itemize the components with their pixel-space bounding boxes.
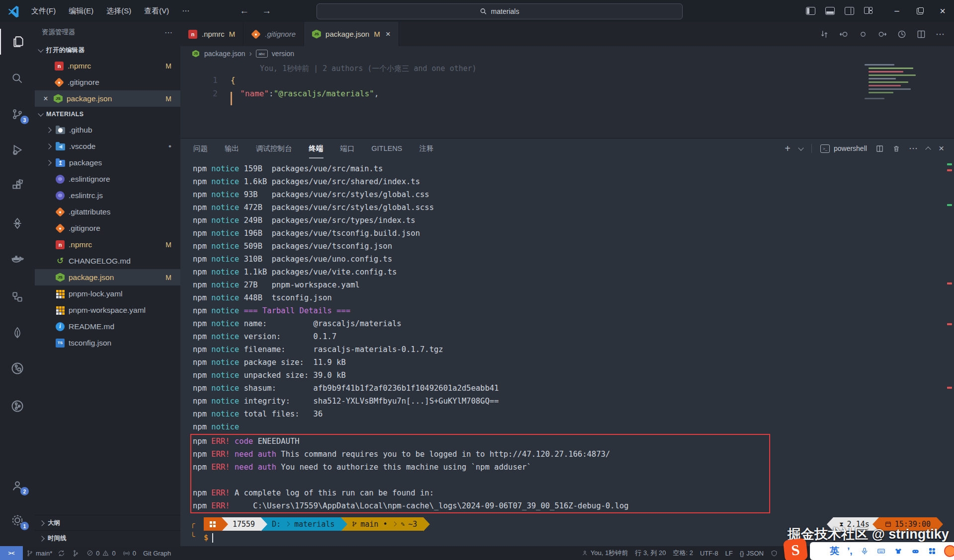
tree-item[interactable]: .eslintrc.js [35, 187, 180, 204]
open-editors-header[interactable]: 打开的编辑器 [35, 43, 180, 58]
feedback-status[interactable]: 0 [119, 546, 140, 560]
git-compare-icon[interactable] [819, 29, 829, 39]
menu-view[interactable]: 查看(V) [139, 4, 174, 18]
blame-status[interactable]: You, 1秒钟前 [578, 546, 632, 560]
previous-change-icon[interactable] [839, 29, 849, 39]
tree-item[interactable]: package.json M [35, 269, 180, 285]
tab-debug-console[interactable]: 调试控制台 [256, 139, 292, 158]
eol-status[interactable]: LF [721, 546, 736, 560]
problems-status[interactable]: 0 0 [83, 546, 119, 560]
minimize-button[interactable]: – [885, 0, 908, 22]
tab-gitignore[interactable]: .gitignore [243, 22, 304, 46]
tab-comments[interactable]: 注释 [419, 139, 434, 158]
new-terminal-icon[interactable]: + [785, 143, 791, 154]
next-change-icon[interactable] [877, 29, 887, 39]
docker-icon[interactable] [0, 246, 35, 272]
accounts-icon[interactable]: 2 [0, 473, 35, 498]
tree-item[interactable]: .gitattributes [35, 204, 180, 220]
breadcrumb[interactable]: package.json › abc version [180, 46, 954, 61]
microphone-icon[interactable] [861, 547, 869, 556]
project-root-header[interactable]: MATERIALS [35, 107, 180, 122]
menu-file[interactable]: 文件(F) [26, 4, 61, 18]
ime-emoji-icon[interactable] [944, 545, 954, 557]
toggle-sidebar-icon[interactable] [806, 7, 815, 15]
cursor-position-status[interactable]: 行 3, 列 20 [632, 546, 669, 560]
explorer-icon[interactable] [0, 29, 36, 55]
timeline-section[interactable]: 时间线 [35, 530, 180, 546]
maximize-panel-icon[interactable] [925, 146, 931, 152]
gitlens-status-icon[interactable] [767, 546, 781, 560]
settings-gear-icon[interactable]: 1 [0, 507, 35, 533]
source-control-icon[interactable]: 3 [0, 101, 35, 127]
search-icon[interactable] [0, 66, 35, 91]
tree-item[interactable]: .gitignore [35, 220, 180, 236]
panel-more-icon[interactable]: ⋯ [909, 143, 918, 154]
nav-back-icon[interactable]: ← [239, 5, 249, 16]
customize-layout-icon[interactable] [864, 7, 873, 14]
extensions-icon[interactable] [0, 173, 35, 199]
sogou-logo-icon[interactable]: S [783, 538, 808, 560]
toggle-secondary-sidebar-icon[interactable] [845, 7, 854, 15]
minimap[interactable] [865, 63, 923, 107]
tab-package-json[interactable]: package.json M × [304, 22, 399, 46]
restore-button[interactable] [908, 0, 931, 22]
tree-item[interactable]: .eslintignore [35, 171, 180, 187]
gitlens-icon[interactable] [0, 355, 35, 381]
remote-explorer-icon[interactable] [0, 284, 35, 310]
mongodb-icon[interactable] [0, 320, 35, 346]
tree-item[interactable]: CHANGELOG.md [35, 253, 180, 269]
close-icon[interactable]: × [386, 29, 391, 39]
run-debug-icon[interactable] [0, 137, 35, 163]
language-mode-status[interactable]: {}JSON [736, 546, 767, 560]
close-icon[interactable]: × [42, 94, 50, 103]
nav-forward-icon[interactable]: → [262, 5, 271, 16]
branch-status[interactable]: main* [23, 546, 69, 560]
skin-shirt-icon[interactable] [894, 547, 903, 555]
kill-terminal-trash-icon[interactable] [892, 144, 900, 153]
close-button[interactable]: × [931, 0, 954, 22]
git-graph-icon[interactable] [0, 393, 35, 419]
command-search-input[interactable]: materials [317, 3, 683, 19]
sidebar-more-icon[interactable]: ⋯ [164, 28, 173, 37]
menu-selection[interactable]: 选择(S) [101, 4, 137, 18]
git-graph-status[interactable]: Git Graph [140, 546, 174, 560]
current-change-icon[interactable] [858, 29, 868, 39]
open-editor-item[interactable]: .npmrc M [35, 58, 180, 74]
timeline-history-icon[interactable] [897, 29, 907, 39]
remote-indicator[interactable]: >< [0, 546, 23, 560]
terminal-dropdown-icon[interactable] [798, 145, 803, 150]
encoding-status[interactable]: UTF-8 [697, 546, 722, 560]
outline-section[interactable]: 大纲 [35, 515, 180, 531]
tree-item[interactable]: tsconfig.json [35, 335, 180, 351]
open-editor-item-active[interactable]: × package.json M [35, 90, 180, 107]
tab-output[interactable]: 输出 [225, 139, 239, 158]
menu-edit[interactable]: 编辑(E) [63, 4, 99, 18]
tree-item[interactable]: pnpm-workspace.yaml [35, 302, 180, 318]
menu-more[interactable]: ⋯ [176, 4, 195, 18]
ime-punctuation-toggle[interactable]: ’, [847, 546, 853, 557]
terminal[interactable]: npm notice159Bpackages/vue/src/main.ts n… [180, 158, 954, 546]
tree-item[interactable]: .vscode • [35, 138, 180, 154]
terminal-instance-powershell[interactable]: >_ powershell [820, 144, 867, 153]
toggle-panel-icon[interactable] [825, 7, 835, 15]
close-panel-icon[interactable]: × [939, 143, 944, 154]
tree-item[interactable]: pnpm-lock.yaml [35, 285, 180, 302]
tab-ports[interactable]: 端口 [340, 139, 355, 158]
code-editor[interactable]: You, 1秒钟前 | 2 authors (一个小瘪三 and one oth… [180, 61, 954, 138]
open-editor-item[interactable]: .gitignore [35, 74, 180, 90]
indentation-status[interactable]: 空格: 2 [669, 546, 696, 560]
tree-item[interactable]: packages [35, 154, 180, 171]
tree-item[interactable]: README.md [35, 318, 180, 335]
split-terminal-icon[interactable] [875, 144, 884, 153]
tab-gitlens[interactable]: GITLENS [372, 139, 402, 158]
git-graph-status-icon[interactable] [69, 546, 83, 560]
ime-language-toggle[interactable]: 英 [830, 545, 839, 558]
toolbox-grid-icon[interactable] [928, 547, 936, 555]
tab-problems[interactable]: 问题 [193, 139, 208, 158]
tree-item[interactable]: .npmrc M [35, 236, 180, 253]
tab-npmrc[interactable]: .npmrc M [180, 22, 243, 46]
more-actions-icon[interactable]: ⋯ [936, 29, 945, 40]
tree-item[interactable]: .github [35, 122, 180, 138]
sync-icon[interactable] [58, 550, 65, 557]
game-controller-icon[interactable] [911, 548, 920, 555]
